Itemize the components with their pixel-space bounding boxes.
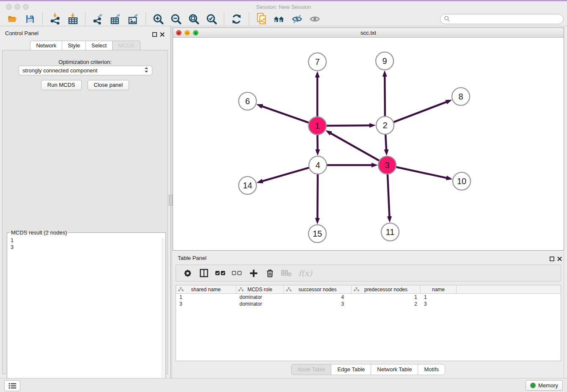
export-table-icon[interactable] xyxy=(109,13,122,25)
tab-edge-table[interactable]: Edge Table xyxy=(331,364,371,375)
deselect-all-rows-icon[interactable] xyxy=(231,267,243,279)
graph-node-label: 2 xyxy=(383,121,387,130)
edge-arrow-3-11 xyxy=(387,216,392,223)
tab-select[interactable]: Select xyxy=(85,41,113,50)
column-header-successor-nodes[interactable]: successor nodes xyxy=(284,285,352,293)
hide-selected-icon[interactable] xyxy=(291,13,303,25)
graph-node-7[interactable]: 7 xyxy=(308,53,326,71)
graph-node-8[interactable]: 8 xyxy=(452,88,470,105)
graph-node-6[interactable]: 6 xyxy=(239,92,256,110)
task-history-button[interactable] xyxy=(4,380,20,391)
settings-icon[interactable] xyxy=(181,267,194,279)
column-header-name[interactable]: name xyxy=(421,285,457,293)
export-image-icon[interactable] xyxy=(127,13,140,25)
table-cell: 1 xyxy=(352,294,421,300)
graph-node-label: 11 xyxy=(386,227,395,237)
open-session-icon[interactable] xyxy=(6,13,19,25)
criterion-selected-value: strongly connected component xyxy=(22,67,97,74)
close-table-panel-icon[interactable] xyxy=(557,255,562,260)
hierarchy-icon xyxy=(286,287,292,292)
hierarchy-icon xyxy=(238,287,244,292)
graph-node-15[interactable]: 15 xyxy=(308,225,326,243)
mcds-result-box: MCDS result (2 nodes) MCDS result (2 nod… xyxy=(7,232,166,392)
mcds-panel: Optimization criterion: strongly connect… xyxy=(2,50,168,374)
edge-3-11[interactable] xyxy=(388,173,390,217)
toolbar-search[interactable] xyxy=(440,14,564,24)
column-header-predecessor-nodes[interactable]: predecessor nodes xyxy=(352,285,421,293)
graph-node-11[interactable]: 11 xyxy=(381,223,399,241)
float-panel-icon[interactable] xyxy=(152,31,157,36)
graph-node-1[interactable]: 1 xyxy=(308,117,326,135)
graph-node-2[interactable]: 2 xyxy=(376,116,394,134)
save-session-icon[interactable] xyxy=(24,13,36,25)
float-table-panel-icon[interactable] xyxy=(550,255,554,260)
graph-node-label: 8 xyxy=(458,92,463,101)
table-panel-title: Table Panel xyxy=(178,255,206,261)
network-window-titlebar: scc.txt xyxy=(173,28,564,38)
tab-node-table[interactable]: Node Table xyxy=(291,364,332,375)
tab-style[interactable]: Style xyxy=(62,41,86,50)
tab-network-table[interactable]: Network Table xyxy=(371,364,418,375)
splitter-handle[interactable] xyxy=(169,195,173,206)
delete-row-icon[interactable] xyxy=(264,267,276,279)
new-network-from-selection-icon[interactable] xyxy=(255,13,268,25)
refresh-view-icon[interactable] xyxy=(230,13,243,25)
show-columns-icon[interactable] xyxy=(198,267,210,279)
graph-node-14[interactable]: 14 xyxy=(239,177,256,194)
graph-node-label: 1 xyxy=(315,121,319,130)
table-cell: 4 xyxy=(284,294,352,300)
status-bar: Memory xyxy=(0,378,567,392)
tab-motifs[interactable]: Motifs xyxy=(418,364,445,375)
column-header-shared-name[interactable]: shared name xyxy=(176,285,236,293)
column-header-mcds-role[interactable]: MCDS role xyxy=(236,285,284,293)
zoom-in-icon[interactable] xyxy=(152,13,165,25)
zoom-out-icon[interactable] xyxy=(170,13,182,25)
criterion-select[interactable]: strongly connected component xyxy=(19,66,152,75)
select-all-rows-icon[interactable] xyxy=(214,267,227,279)
table-cell: 3 xyxy=(421,301,457,307)
memory-button[interactable]: Memory xyxy=(526,380,563,391)
edge-1-6[interactable] xyxy=(261,106,310,123)
graph-node-10[interactable]: 10 xyxy=(453,172,471,190)
edge-arrow-3-1 xyxy=(325,130,332,135)
first-neighbors-icon[interactable] xyxy=(273,13,286,25)
edge-4-14[interactable] xyxy=(262,167,310,181)
table-cell: 2 xyxy=(352,301,421,307)
zoom-selected-icon[interactable] xyxy=(205,13,218,25)
graph-node-3[interactable]: 3 xyxy=(378,156,396,174)
edge-arrow-1-2 xyxy=(369,123,376,128)
search-input[interactable] xyxy=(453,16,560,22)
edge-4-15[interactable] xyxy=(317,173,318,219)
show-all-icon[interactable] xyxy=(308,13,321,25)
edge-2-9[interactable] xyxy=(385,76,385,117)
graph-node-4[interactable]: 4 xyxy=(309,156,327,174)
edge-1-2[interactable] xyxy=(325,125,370,126)
optimization-criterion-label: Optimization criterion: xyxy=(3,59,168,65)
mcds-result-text[interactable]: 1 3 xyxy=(11,237,14,251)
edge-2-8[interactable] xyxy=(393,102,447,122)
graph-node-9[interactable]: 9 xyxy=(376,52,394,70)
edge-arrow-4-15 xyxy=(315,218,320,224)
result-scrollbar[interactable] xyxy=(162,238,165,392)
graph-node-label: 3 xyxy=(385,160,389,170)
mcds-result-title: MCDS result (2 nodes) xyxy=(10,229,68,236)
run-mcds-button[interactable]: Run MCDS xyxy=(41,80,82,90)
table-row[interactable]: 3dominator323 xyxy=(176,301,561,307)
export-network-icon[interactable] xyxy=(91,13,104,25)
edge-3-10[interactable] xyxy=(395,167,447,178)
import-network-from-file-icon[interactable] xyxy=(49,13,61,25)
add-row-icon[interactable] xyxy=(247,267,260,279)
close-panel-icon[interactable] xyxy=(160,31,165,36)
network-canvas[interactable]: 1234678910111415 xyxy=(173,38,564,250)
toolbar-separator xyxy=(249,13,249,25)
table-row[interactable]: 1dominator411 xyxy=(176,294,561,301)
import-table-from-file-icon[interactable] xyxy=(66,13,79,25)
edge-3-1[interactable] xyxy=(330,133,380,161)
close-panel-button[interactable]: Close panel xyxy=(88,80,129,90)
zoom-fit-content-icon[interactable] xyxy=(187,13,200,25)
toolbar-separator xyxy=(42,13,43,25)
tab-mcds[interactable]: MCDS xyxy=(112,41,140,50)
edge-arrow-2-8 xyxy=(446,100,452,105)
tab-network[interactable]: Network xyxy=(30,41,62,50)
edge-2-3[interactable] xyxy=(385,133,386,150)
